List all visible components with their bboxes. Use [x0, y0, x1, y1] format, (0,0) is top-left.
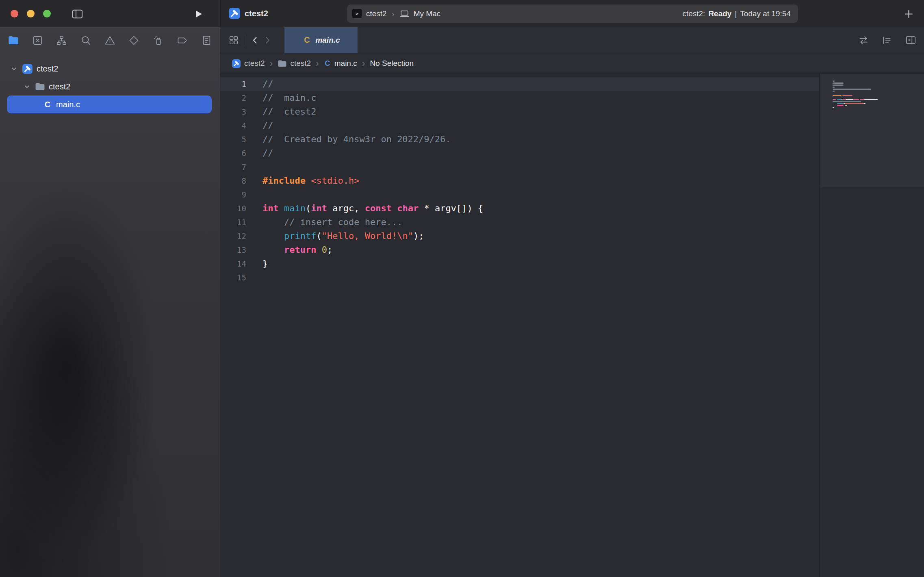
toggle-navigator-button[interactable]: [70, 7, 85, 21]
line-content[interactable]: //: [252, 146, 273, 160]
minimap-line: [833, 103, 919, 104]
tree-item-label: ctest2: [37, 64, 58, 74]
line-content[interactable]: [252, 188, 262, 202]
minimap[interactable]: [819, 74, 924, 577]
minimap-line: [833, 93, 919, 94]
titlebar: ctest2 > ctest2 › My Mac ctest2: Ready |…: [0, 0, 924, 27]
issue-navigator-icon[interactable]: [104, 34, 117, 47]
line-content[interactable]: }: [252, 257, 268, 271]
line-number[interactable]: 5: [220, 132, 252, 146]
line-content[interactable]: [252, 160, 262, 174]
breadcrumb-selection[interactable]: No Selection: [370, 59, 414, 68]
minimap-line: [833, 97, 919, 98]
code-line[interactable]: 5// Created by 4nsw3r on 2022/9/26.: [220, 132, 819, 146]
breakpoint-navigator-icon[interactable]: [176, 34, 189, 47]
line-content[interactable]: #include <stdio.h>: [252, 174, 359, 188]
code-line[interactable]: 12 printf("Hello, World!\n");: [220, 229, 819, 243]
minimap-line: [833, 87, 919, 88]
breadcrumb-project[interactable]: ctest2: [232, 59, 265, 68]
line-number[interactable]: 9: [220, 188, 252, 202]
close-window-button[interactable]: [11, 10, 18, 17]
source-control-navigator-icon[interactable]: [31, 34, 44, 47]
code-line[interactable]: 11 // insert code here...: [220, 215, 819, 229]
symbol-navigator-icon[interactable]: [55, 34, 68, 47]
code-line[interactable]: 6//: [220, 146, 819, 160]
code-editor[interactable]: 1//2// main.c3// ctest24//5// Created by…: [220, 74, 924, 577]
back-button[interactable]: [249, 33, 261, 47]
line-content[interactable]: printf("Hello, World!\n");: [252, 229, 424, 243]
editor-controls: [857, 27, 924, 53]
line-content[interactable]: //: [252, 119, 273, 132]
build-status[interactable]: ctest2: Ready | Today at 19:54: [682, 9, 791, 18]
code-line[interactable]: 10int main(int argc, const char * argv[]…: [220, 202, 819, 215]
line-number[interactable]: 15: [220, 271, 252, 284]
code-line[interactable]: 8#include <stdio.h>: [220, 174, 819, 188]
minimize-window-button[interactable]: [27, 10, 35, 17]
test-navigator-icon[interactable]: [128, 34, 141, 47]
code-line[interactable]: 3// ctest2: [220, 105, 819, 119]
tab-main-c[interactable]: C main.c: [284, 27, 358, 53]
add-tab-button[interactable]: [901, 7, 916, 21]
run-button[interactable]: [191, 7, 205, 20]
tree-item-group[interactable]: ctest2: [0, 78, 220, 95]
line-number[interactable]: 14: [220, 257, 252, 271]
line-number[interactable]: 13: [220, 243, 252, 257]
breadcrumb-group[interactable]: ctest2: [278, 59, 311, 68]
tree-item-file-selected[interactable]: C main.c: [7, 95, 212, 113]
scheme-selector[interactable]: > ctest2 › My Mac: [352, 9, 440, 19]
code-review-button[interactable]: [857, 34, 870, 46]
line-content[interactable]: //: [252, 77, 273, 91]
line-content[interactable]: return 0;: [252, 243, 332, 257]
line-number[interactable]: 7: [220, 160, 252, 174]
zoom-window-button[interactable]: [43, 10, 51, 17]
editor-options-button[interactable]: [881, 34, 893, 46]
debug-navigator-icon[interactable]: [152, 34, 165, 47]
add-editor-button[interactable]: [904, 34, 917, 46]
line-number[interactable]: 3: [220, 105, 252, 119]
code-line[interactable]: 2// main.c: [220, 91, 819, 105]
line-content[interactable]: // ctest2: [252, 105, 316, 119]
breadcrumb-file[interactable]: C main.c: [324, 59, 357, 68]
tree-item-label: main.c: [56, 100, 80, 109]
line-number[interactable]: 1: [220, 77, 252, 91]
code-line[interactable]: 7: [220, 160, 819, 174]
find-navigator-icon[interactable]: [79, 34, 92, 47]
disclosure-chevron-icon[interactable]: [10, 65, 18, 73]
navigator-sidebar: ctest2 ctest2 C main.c: [0, 27, 220, 577]
activity-view: > ctest2 › My Mac ctest2: Ready | Today …: [347, 4, 798, 23]
minimap-line: [833, 99, 919, 100]
line-content[interactable]: // main.c: [252, 91, 316, 105]
line-number[interactable]: 4: [220, 119, 252, 132]
line-content[interactable]: // Created by 4nsw3r on 2022/9/26.: [252, 132, 451, 146]
line-number[interactable]: 10: [220, 202, 252, 215]
tab-overview-button[interactable]: [228, 35, 239, 46]
minimap-line: [833, 95, 919, 96]
disclosure-chevron-icon[interactable]: [23, 82, 31, 91]
report-navigator-icon[interactable]: [200, 34, 213, 47]
line-number[interactable]: 11: [220, 215, 252, 229]
project-navigator-icon[interactable]: [7, 34, 20, 47]
code-line[interactable]: 1//: [220, 77, 819, 91]
grid-icon: [228, 35, 239, 46]
line-content[interactable]: int main(int argc, const char * argv[]) …: [252, 202, 483, 215]
code-line[interactable]: 9: [220, 188, 819, 202]
scheme-name[interactable]: ctest2: [366, 9, 387, 18]
line-content[interactable]: // insert code here...: [252, 215, 402, 229]
editor-pane: C main.c ctest2 ›: [220, 27, 924, 577]
code-line[interactable]: 4//: [220, 119, 819, 132]
line-content[interactable]: [252, 271, 262, 284]
code-line[interactable]: 14}: [220, 257, 819, 271]
c-file-icon: C: [324, 59, 331, 68]
code-line[interactable]: 13 return 0;: [220, 243, 819, 257]
scheme-app-icon: >: [352, 9, 362, 19]
line-number[interactable]: 8: [220, 174, 252, 188]
code-line[interactable]: 15: [220, 271, 819, 284]
line-number[interactable]: 6: [220, 146, 252, 160]
line-number[interactable]: 12: [220, 229, 252, 243]
line-number[interactable]: 2: [220, 91, 252, 105]
forward-button[interactable]: [261, 33, 273, 47]
c-file-icon: C: [302, 35, 312, 45]
tree-item-project[interactable]: ctest2: [0, 60, 220, 78]
project-proxy-icon: [228, 7, 241, 21]
destination-name[interactable]: My Mac: [414, 9, 441, 18]
